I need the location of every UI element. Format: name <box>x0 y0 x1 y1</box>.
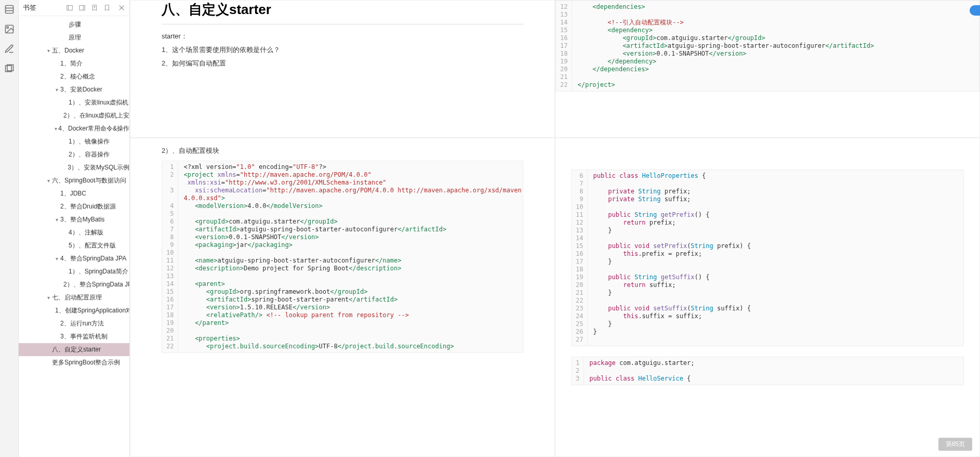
code-body: <?xml version="1.0" encoding="UTF-8"?><p… <box>178 161 523 352</box>
paragraph: starter： <box>162 30 523 43</box>
tree-node[interactable]: ▾五、Docker <box>19 44 129 57</box>
code-gutter: 123 <box>572 357 584 385</box>
tree-label: 七、启动配置原理 <box>52 293 102 302</box>
code-block: 12345678910111213141516171819202122 <?xm… <box>162 161 523 353</box>
outline-icon[interactable] <box>4 4 15 15</box>
subsection-title: 2）、自动配置模块 <box>162 146 523 155</box>
caret-icon: ▾ <box>54 256 59 262</box>
tree-label: 4、Docker常用命令&操作 <box>58 124 129 133</box>
collapse-icon[interactable] <box>66 4 73 11</box>
code-gutter: 6789101112131415161718192021222324252627 <box>572 170 588 346</box>
tree-label: 3、整合MyBatis <box>60 215 104 224</box>
page-indicator: 第85页 <box>938 438 972 451</box>
code-body: public class HelloProperties { private S… <box>588 170 963 346</box>
caret-icon: ▾ <box>54 126 57 132</box>
sidebar-header: 书签 <box>19 0 129 16</box>
image-icon[interactable] <box>4 24 15 34</box>
tree-label: 5）、配置文件版 <box>69 241 116 250</box>
tree-node[interactable]: 1、简介 <box>19 57 129 70</box>
tree-label: 3、事件监听机制 <box>60 332 108 341</box>
tree-node[interactable]: 更多SpringBoot整合示例 <box>19 356 129 369</box>
tree-node[interactable]: 1）、安装linux虚拟机 <box>19 96 129 109</box>
tree-label: 1、JDBC <box>60 189 86 198</box>
pane-bottom-left[interactable]: 2）、自动配置模块 123456789101112131415161718192… <box>130 138 555 457</box>
help-button[interactable] <box>970 5 980 16</box>
tree-node[interactable]: ▾4、整合SpringData JPA <box>19 252 129 265</box>
tree-label: 步骤 <box>69 20 81 29</box>
tree-label: 2、核心概念 <box>60 72 95 81</box>
sidebar-title: 书签 <box>23 3 36 12</box>
pane-bottom-right[interactable]: 6789101112131415161718192021222324252627… <box>555 138 980 457</box>
tree-label: 更多SpringBoot整合示例 <box>52 358 120 367</box>
tree-label: 原理 <box>69 33 81 42</box>
bookmark-tree[interactable]: 步骤原理▾五、Docker1、简介2、核心概念▾3、安装Docker1）、安装l… <box>19 16 129 457</box>
tree-node[interactable]: 1）、镜像操作 <box>19 135 129 148</box>
edit-icon[interactable] <box>4 44 15 54</box>
tree-label: 五、Docker <box>52 46 84 55</box>
tree-label: 1）、镜像操作 <box>69 137 110 146</box>
bookmark-add-icon[interactable] <box>91 4 98 11</box>
close-icon[interactable] <box>118 4 125 11</box>
svg-rect-9 <box>80 6 85 10</box>
tree-label: 2）、在linux虚拟机上安装do… <box>63 111 129 120</box>
code-gutter: 12345678910111213141516171819202122 <box>162 161 178 352</box>
tree-label: 2、运行run方法 <box>60 319 104 328</box>
tree-label: 1、简介 <box>60 59 83 68</box>
code-body: package com.atguigu.starter; public clas… <box>584 357 963 385</box>
tree-label: 3）、安装MySQL示例 <box>68 163 129 172</box>
code-block: 1213141516171819202122 <dependencies> <!… <box>555 1 979 92</box>
tree-node[interactable]: 2、运行run方法 <box>19 317 129 330</box>
tree-label: 2）、容器操作 <box>69 150 110 159</box>
tree-node[interactable]: 2、整合Druid数据源 <box>19 200 129 213</box>
tree-node[interactable]: ▾3、安装Docker <box>19 83 129 96</box>
caret-icon: ▾ <box>54 87 59 93</box>
tree-node[interactable]: 2）、在linux虚拟机上安装do… <box>19 109 129 122</box>
tree-node[interactable]: 1）、SpringData简介 <box>19 265 129 278</box>
expand-icon[interactable] <box>78 4 86 11</box>
tree-node[interactable]: 2）、容器操作 <box>19 148 129 161</box>
bookmark-sidebar: 书签 步骤原理▾五、Docker1、简介2、核心概念▾3、安装Docker1）、… <box>19 0 130 457</box>
pane-top-left[interactable]: 八、自定义starter starter： 1、这个场景需要使用到的依赖是什么？… <box>130 0 555 138</box>
page-title: 八、自定义starter <box>162 1 523 24</box>
tree-label: 4）、注解版 <box>69 228 103 237</box>
tree-node[interactable]: 步骤 <box>19 18 129 31</box>
tree-label: 1）、安装linux虚拟机 <box>69 98 128 107</box>
tree-node[interactable]: 5）、配置文件版 <box>19 239 129 252</box>
svg-rect-0 <box>5 6 13 14</box>
tree-node[interactable]: ▾4、Docker常用命令&操作 <box>19 122 129 135</box>
tree-node[interactable]: ▾七、启动配置原理 <box>19 291 129 304</box>
caret-icon: ▾ <box>46 295 51 301</box>
code-body: <dependencies> <!--引入自动配置模块--> <dependen… <box>572 1 979 91</box>
tree-label: 八、自定义starter <box>52 345 101 354</box>
tree-node[interactable]: 4）、注解版 <box>19 226 129 239</box>
pane-top-right[interactable]: 1213141516171819202122 <dependencies> <!… <box>555 0 980 138</box>
caret-icon: ▾ <box>54 217 59 223</box>
code-block: 123 package com.atguigu.starter; public … <box>571 357 964 385</box>
tree-label: 4、整合SpringData JPA <box>60 254 126 263</box>
tree-label: 1）、SpringData简介 <box>69 267 128 276</box>
tree-node[interactable]: 2）、整合SpringData JPA <box>19 278 129 291</box>
svg-point-4 <box>7 27 8 28</box>
content-grid: 八、自定义starter starter： 1、这个场景需要使用到的依赖是什么？… <box>130 0 980 457</box>
paragraph: 2、如何编写自动配置 <box>162 57 523 70</box>
tree-node[interactable]: ▾六、SpringBoot与数据访问 <box>19 174 129 187</box>
tree-node[interactable]: 3、事件监听机制 <box>19 330 129 343</box>
tree-node[interactable]: ▾3、整合MyBatis <box>19 213 129 226</box>
layers-icon[interactable] <box>4 63 15 74</box>
tree-node[interactable]: 1、创建SpringApplication对象 <box>19 304 129 317</box>
tree-label: 2、整合Druid数据源 <box>60 202 116 211</box>
caret-icon: ▾ <box>46 178 51 184</box>
tree-node[interactable]: 八、自定义starter <box>19 343 129 356</box>
svg-rect-7 <box>67 6 73 10</box>
tree-label: 2）、整合SpringData JPA <box>63 280 129 289</box>
tree-label: 1、创建SpringApplication对象 <box>55 306 129 315</box>
tree-node[interactable]: 2、核心概念 <box>19 70 129 83</box>
tree-node[interactable]: 1、JDBC <box>19 187 129 200</box>
tree-node[interactable]: 原理 <box>19 31 129 44</box>
sidebar-header-icons <box>66 4 111 11</box>
tree-node[interactable]: 3）、安装MySQL示例 <box>19 161 129 174</box>
caret-icon: ▾ <box>46 48 51 54</box>
tree-label: 六、SpringBoot与数据访问 <box>52 176 126 185</box>
bookmark-icon[interactable] <box>103 4 111 11</box>
code-block: 6789101112131415161718192021222324252627… <box>571 169 964 346</box>
